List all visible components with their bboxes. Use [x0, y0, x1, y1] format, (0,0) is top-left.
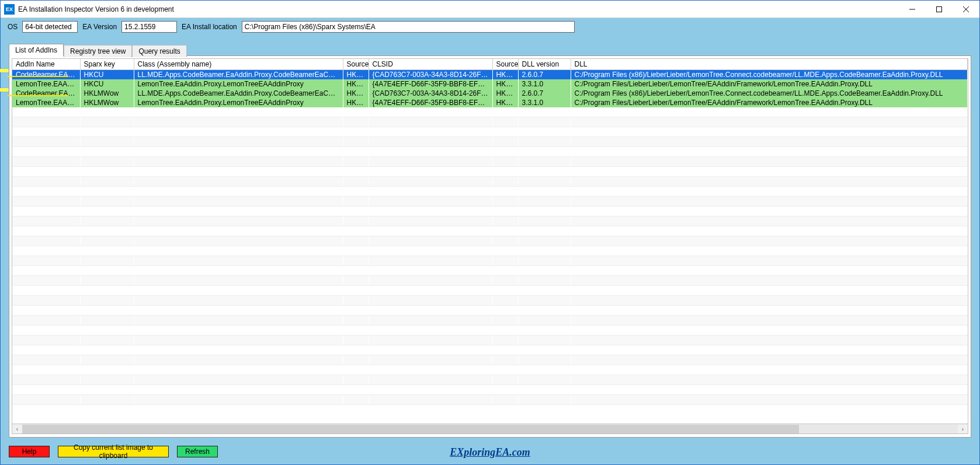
cell-ver: 3.3.1.0 — [518, 79, 571, 89]
cell-ver: 2.6.0.7 — [518, 89, 571, 98]
table-row-empty — [12, 167, 968, 177]
refresh-button[interactable]: Refresh — [177, 446, 218, 457]
cell-class: LemonTree.EaAddin.Proxy.LemonTreeEAAddin… — [134, 98, 343, 107]
scroll-left-icon[interactable]: ‹ — [12, 425, 22, 433]
table-row-empty — [12, 117, 968, 127]
close-button[interactable] — [953, 1, 979, 18]
cell-class: LemonTree.EaAddin.Proxy.LemonTreeEAAddin… — [134, 79, 343, 89]
maximize-button[interactable] — [926, 1, 953, 18]
col-source-2[interactable]: Source — [492, 59, 518, 70]
table-row-empty — [12, 345, 968, 355]
table-row-empty — [12, 157, 968, 167]
bottom-bar: Help Copy current list image to clipboar… — [1, 439, 979, 464]
scroll-track[interactable] — [22, 425, 958, 433]
minimize-icon — [909, 6, 916, 13]
os-field[interactable] — [22, 21, 78, 33]
cell-src1: HKLM — [343, 89, 369, 98]
cell-addin: CodeBeamer.EAAddin — [12, 70, 80, 80]
cell-src1: HKLM — [343, 70, 369, 80]
tab-registry-tree-view[interactable]: Registry tree view — [64, 45, 132, 57]
table-row-empty — [12, 375, 968, 385]
cell-clsid: {CAD763C7-003A-34A3-8D14-26F8411F40... — [369, 89, 492, 98]
col-dll[interactable]: DLL — [571, 59, 968, 70]
help-button[interactable]: Help — [9, 446, 50, 457]
table-row-empty — [12, 226, 968, 236]
cell-class: LL.MDE.Apps.CodeBeamer.EaAddin.Proxy.Cod… — [134, 70, 343, 80]
table-row-empty — [12, 216, 968, 226]
cell-addin: CodeBeamer.EAAddin — [12, 89, 80, 98]
ea-version-label: EA Version — [82, 23, 117, 31]
tab-list-of-addins[interactable]: List of AddIns — [9, 44, 64, 56]
table-row-empty — [12, 266, 968, 276]
cell-sparx: HKLMWow — [80, 98, 134, 107]
table-row-empty — [12, 296, 968, 306]
col-source-1[interactable]: Source — [343, 59, 369, 70]
table-row-empty — [12, 127, 968, 137]
cell-src1: HKLM — [343, 79, 369, 89]
brand-link[interactable]: EXploringEA.com — [450, 446, 530, 459]
tab-strip: List of AddIns Registry tree view Query … — [9, 44, 971, 56]
cell-src2: HKLM — [492, 89, 518, 98]
cell-src2: HKLM — [492, 98, 518, 107]
cell-dll: C:/Program Files/LieberLieber/LemonTree/… — [571, 79, 968, 89]
scroll-right-icon[interactable]: › — [958, 425, 968, 433]
table-row[interactable]: CodeBeamer.EAAddinHKCULL.MDE.Apps.CodeBe… — [12, 70, 968, 80]
table-row-empty — [12, 246, 968, 256]
os-label: OS — [8, 23, 18, 31]
ea-install-location-field[interactable] — [242, 21, 575, 33]
annotation-underline-1 — [8, 76, 68, 77]
cell-dll: C:/Program Files (x86)/LieberLieber/Lemo… — [571, 89, 968, 98]
table-row-empty — [12, 236, 968, 246]
col-clsid[interactable]: CLSID — [369, 59, 492, 70]
cell-src2: HKLM — [492, 79, 518, 89]
table-row-empty — [12, 326, 968, 335]
info-toolbar: OS EA Version EA Install location — [1, 18, 979, 36]
annotation-underline-2 — [8, 95, 68, 96]
tab-query-results[interactable]: Query results — [132, 45, 186, 57]
cell-src2: HKLM — [492, 70, 518, 80]
tab-panel: AddIn Name Sparx key Class (Assembly nam… — [9, 55, 971, 438]
titlebar: EX EA Installation Inspector Version 6 i… — [1, 1, 979, 18]
table-row-empty — [12, 395, 968, 405]
table-row-empty — [12, 207, 968, 216]
table-row-empty — [12, 256, 968, 266]
cell-clsid: {4A7E4EFF-D66F-35F9-BBF8-EF0EE3FAEA... — [369, 79, 492, 89]
ea-version-field[interactable] — [121, 21, 177, 33]
cell-ver: 3.3.1.0 — [518, 98, 571, 107]
app-window: EX EA Installation Inspector Version 6 i… — [0, 0, 980, 465]
maximize-icon — [936, 6, 943, 13]
table-row-empty — [12, 355, 968, 365]
table-header-row: AddIn Name Sparx key Class (Assembly nam… — [12, 59, 968, 70]
col-addin-name[interactable]: AddIn Name — [12, 59, 80, 70]
table-row-empty — [12, 137, 968, 147]
table-row-empty — [12, 107, 968, 117]
annotation-highlight-2 — [0, 88, 9, 92]
scroll-thumb[interactable] — [22, 425, 799, 433]
window-title: EA Installation Inspector Version 6 in d… — [18, 5, 174, 13]
table-row-empty — [12, 276, 968, 286]
table-row-empty — [12, 177, 968, 187]
table-row[interactable]: LemonTree.EAAddinHKLMWowLemonTree.EaAddi… — [12, 98, 968, 107]
col-class[interactable]: Class (Assembly name) — [134, 59, 343, 70]
horizontal-scrollbar[interactable]: ‹ › — [12, 424, 968, 434]
copy-image-button[interactable]: Copy current list image to clipboard — [58, 446, 169, 457]
table-row-empty — [12, 316, 968, 326]
cell-dll: C:/Program Files (x86)/LieberLieber/Lemo… — [571, 70, 968, 80]
addin-grid[interactable]: AddIn Name Sparx key Class (Assembly nam… — [12, 58, 968, 424]
annotation-highlight-1 — [0, 69, 9, 72]
col-dll-version[interactable]: DLL version — [518, 59, 571, 70]
col-sparx-key[interactable]: Sparx key — [80, 59, 134, 70]
close-icon — [962, 6, 969, 13]
table-row-empty — [12, 335, 968, 345]
cell-sparx: HKLMWow — [80, 89, 134, 98]
table-row-empty — [12, 365, 968, 375]
table-row-empty — [12, 286, 968, 296]
app-icon: EX — [4, 4, 15, 15]
table-row-empty — [12, 385, 968, 395]
cell-sparx: HKCU — [80, 70, 134, 80]
ea-install-location-label: EA Install location — [182, 23, 237, 31]
minimize-button[interactable] — [899, 1, 926, 18]
cell-class: LL.MDE.Apps.CodeBeamer.EaAddin.Proxy.Cod… — [134, 89, 343, 98]
table-row[interactable]: CodeBeamer.EAAddinHKLMWowLL.MDE.Apps.Cod… — [12, 89, 968, 98]
table-row[interactable]: LemonTree.EAAddinHKCULemonTree.EaAddin.P… — [12, 79, 968, 89]
